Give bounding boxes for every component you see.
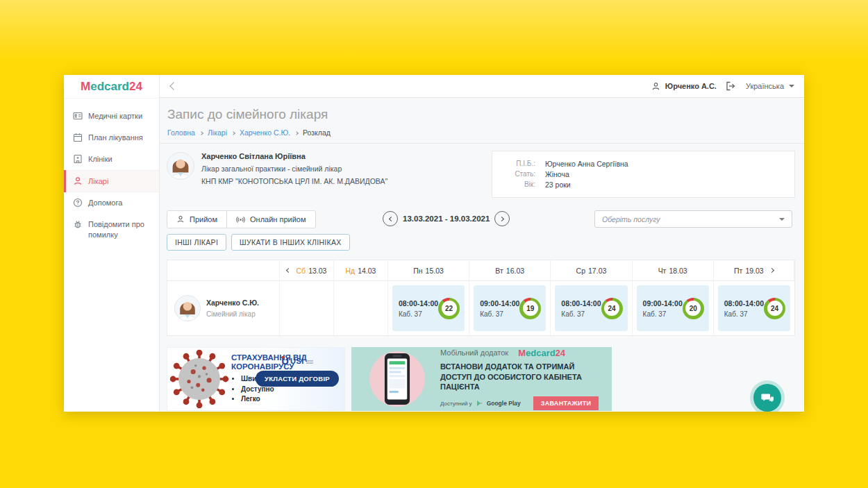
- logout-button[interactable]: [726, 81, 737, 91]
- logout-icon: [726, 81, 737, 91]
- insurance-banner[interactable]: СТРАХУВАННЯ ВІД КОРОНАВІРУСУ Швидко Дост…: [167, 347, 345, 411]
- prev-week-button[interactable]: [383, 211, 398, 226]
- insurance-bullet: Легко: [241, 394, 307, 405]
- secondary-buttons: ІНШІ ЛІКАРІ ШУКАТИ В ІНШИХ КЛІНІКАХ: [167, 234, 795, 251]
- download-app-button[interactable]: ЗАВАНТАЖИТИ: [533, 396, 599, 410]
- page-title: Запис до сімейного лікаря: [167, 107, 794, 122]
- chat-button[interactable]: [753, 384, 781, 412]
- patient-field-label: Стать:: [502, 170, 545, 178]
- day-header-fri: Пт 19.03: [714, 260, 794, 281]
- time-slot[interactable]: 09:00-14:00 Каб. 37 19: [474, 285, 546, 331]
- medcard24-logo[interactable]: Medcard24: [64, 75, 159, 99]
- availability-ring: 24: [601, 298, 623, 319]
- breadcrumb-current: Розклад: [303, 128, 331, 137]
- slot-cell-tue: 09:00-14:00 Каб. 37 19: [469, 281, 551, 335]
- back-button[interactable]: [171, 83, 176, 89]
- sidebar-item-label: Повідомити про помилку: [88, 219, 152, 240]
- time-slot[interactable]: 08:00-14:00 Каб. 37 24: [718, 285, 790, 331]
- usi-brand-text: USI: [290, 357, 304, 365]
- medical-card-icon: [73, 111, 83, 121]
- doctor-info-card: Харченко Світлана Юріївна Лікар загально…: [167, 151, 387, 185]
- day-header-sun: Нд 14.03: [334, 260, 388, 281]
- time-slot[interactable]: 08:00-14:00 Каб. 37 22: [392, 285, 465, 331]
- language-label: Українська: [746, 82, 784, 90]
- availability-ring: 20: [683, 298, 704, 319]
- chevron-left-icon[interactable]: [285, 268, 290, 273]
- day-prefix: Сб: [297, 267, 306, 275]
- slot-time: 09:00-14:00: [480, 299, 519, 308]
- slot-cell-mon: 08:00-14:00 Каб. 37 22: [388, 281, 469, 335]
- sidebar-item-doctors[interactable]: Лікарі: [64, 170, 159, 193]
- tab-reception[interactable]: Прийом: [167, 211, 226, 228]
- time-slot[interactable]: 08:00-14:00 Каб. 37 24: [555, 285, 627, 331]
- user-name: Юрченко А.С.: [665, 82, 717, 90]
- content: Запис до сімейного лікаря Головна Лікарі…: [160, 98, 804, 412]
- slot-cell-wed: 08:00-14:00 Каб. 37 24: [551, 281, 632, 335]
- language-selector[interactable]: Українська: [746, 82, 794, 90]
- smartphone-image: [383, 353, 411, 405]
- next-week-button[interactable]: [494, 211, 510, 226]
- slot-cell-empty-sat: [280, 281, 334, 335]
- doctor-clinic: КНП КМР "КОНОТОПСЬКА ЦРЛ ІМ. АК. М.ДАВИД…: [201, 177, 387, 185]
- patient-field-value: Жіноча: [545, 170, 569, 178]
- sidebar-item-label: Лікарі: [88, 176, 108, 187]
- sidebar-item-medical-cards[interactable]: Медичні картки: [64, 106, 159, 127]
- tab-online-reception[interactable]: Онлайн прийом: [226, 211, 315, 228]
- day-date: 13.03: [308, 267, 326, 275]
- online-icon: [236, 215, 245, 224]
- day-header-tue: Вт 16.03: [469, 260, 551, 281]
- slot-time: 08:00-14:00: [724, 299, 764, 308]
- availability-count: 22: [442, 301, 457, 316]
- breadcrumb: Головна Лікарі Харченко С.Ю. Розклад: [167, 128, 794, 143]
- week-navigator: 13.03.2021 - 19.03.2021: [383, 211, 510, 226]
- sidebar-item-help[interactable]: Допомога: [64, 192, 159, 214]
- time-slot[interactable]: 09:00-14:00 Каб. 37 20: [637, 285, 709, 331]
- clinic-icon: [73, 154, 83, 164]
- doctor-specialty: Лікар загальної практики - сімейний ліка…: [201, 165, 387, 173]
- sidebar-item-report-error[interactable]: Повідомити про помилку: [64, 214, 159, 246]
- available-on-label: Доступний у: [440, 401, 472, 407]
- doctor-name: Харченко Світлана Юріївна: [201, 152, 387, 160]
- chevron-right-icon[interactable]: [769, 268, 774, 273]
- breadcrumb-separator-icon: [294, 131, 299, 135]
- service-select-placeholder: Оберіть послугу: [602, 215, 660, 224]
- logo-mid: edcard: [90, 80, 129, 94]
- sidebar-item-label: План лікування: [88, 133, 143, 143]
- patient-field-label: Вік:: [502, 180, 545, 189]
- other-doctors-button[interactable]: ІНШІ ЛІКАРІ: [167, 234, 226, 251]
- breadcrumb-doctors[interactable]: Лікарі: [208, 128, 227, 137]
- search-other-clinics-button[interactable]: ШУКАТИ В ІНШИХ КЛІНІКАХ: [231, 234, 349, 251]
- day-header-sat: Сб 13.03: [280, 260, 334, 281]
- chevron-left-icon: [169, 82, 177, 90]
- doctor-icon: [73, 176, 83, 186]
- breadcrumb-doctor-name[interactable]: Харченко С.Ю.: [240, 128, 290, 137]
- sidebar-item-treatment-plan[interactable]: План лікування: [64, 127, 159, 149]
- visit-type-tabs: Прийом Онлайн прийом: [167, 210, 316, 228]
- breadcrumb-separator-icon: [231, 131, 235, 135]
- topbar: Юрченко А.С. Українська: [160, 75, 804, 98]
- availability-count: 24: [604, 301, 619, 316]
- sidebar: Medcard24 Медичні картки План лікування …: [64, 75, 160, 412]
- breadcrumb-home[interactable]: Головна: [167, 128, 195, 137]
- chevron-right-icon: [499, 216, 504, 221]
- logo-24: 24: [129, 80, 142, 94]
- day-prefix: Пн: [413, 267, 422, 275]
- chevron-down-icon: [779, 218, 785, 221]
- day-prefix: Нд: [345, 267, 355, 275]
- sidebar-item-label: Медичні картки: [88, 111, 142, 121]
- day-date: 14.03: [358, 267, 376, 275]
- user-menu[interactable]: Юрченко А.С.: [651, 82, 717, 91]
- mobile-app-banner[interactable]: Мобільний додаток Medcard24 ВСТАНОВИ ДОД…: [351, 347, 612, 411]
- sidebar-item-clinics[interactable]: Клініки: [64, 149, 159, 170]
- help-icon: [73, 198, 83, 208]
- patient-field-label: П.І.Б.:: [502, 160, 545, 168]
- controls-row: Прийом Онлайн прийом 13.03.2021 - 19.03.…: [167, 210, 795, 228]
- slot-cell-fri: 08:00-14:00 Каб. 37 24: [714, 281, 794, 335]
- day-header-thu: Чт 18.03: [633, 260, 714, 281]
- tab-label: Прийом: [190, 215, 217, 224]
- day-date: 19.03: [745, 267, 763, 275]
- day-date: 17.03: [588, 267, 606, 275]
- sidebar-menu: Медичні картки План лікування Клініки Лі…: [64, 99, 159, 246]
- service-select[interactable]: Оберіть послугу: [594, 210, 792, 228]
- sign-contract-button[interactable]: УКЛАСТИ ДОГОВІР: [256, 371, 339, 387]
